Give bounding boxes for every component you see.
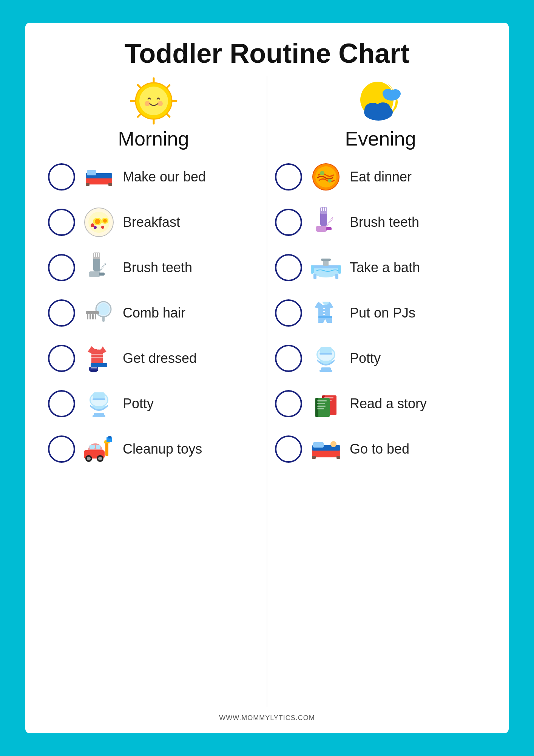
svg-rect-113 xyxy=(336,456,340,459)
page-title: Toddler Routine Chart xyxy=(125,38,410,69)
list-item: Breakfast xyxy=(48,203,259,242)
list-item: Put on PJs xyxy=(275,294,486,332)
comb-hair-icon xyxy=(82,296,116,330)
breakfast-label: Breakfast xyxy=(123,214,180,230)
go-to-bed-label: Go to bed xyxy=(350,441,409,457)
list-item: Potty xyxy=(48,384,259,423)
svg-point-72 xyxy=(320,171,324,175)
svg-rect-14 xyxy=(87,170,96,175)
svg-rect-95 xyxy=(319,353,332,355)
svg-point-23 xyxy=(91,223,94,227)
comb-hair-label: Comb hair xyxy=(123,305,185,321)
svg-point-88 xyxy=(323,308,325,309)
list-item: Get dressed xyxy=(48,339,259,378)
checkbox-circle[interactable] xyxy=(275,163,302,191)
morning-list: Make our bed Breakfast Brush teeth xyxy=(48,158,259,468)
svg-point-25 xyxy=(101,226,104,229)
svg-rect-94 xyxy=(320,347,332,354)
breakfast-icon xyxy=(82,205,116,239)
svg-rect-55 xyxy=(90,445,95,449)
eat-dinner-label: Eat dinner xyxy=(350,169,412,185)
checkbox-circle[interactable] xyxy=(48,163,75,191)
svg-point-3 xyxy=(157,101,163,106)
svg-rect-50 xyxy=(93,392,105,399)
svg-rect-76 xyxy=(321,208,322,211)
brush-teeth-e-label: Brush teeth xyxy=(350,214,419,230)
checkbox-circle[interactable] xyxy=(48,345,75,372)
checkbox-circle[interactable] xyxy=(48,390,75,417)
get-dressed-icon xyxy=(82,341,116,375)
svg-line-10 xyxy=(167,85,170,88)
go-to-bed-icon xyxy=(309,432,343,466)
list-item: Make our bed xyxy=(48,158,259,196)
svg-rect-97 xyxy=(319,370,332,372)
svg-rect-78 xyxy=(325,208,326,211)
svg-point-24 xyxy=(94,226,97,229)
list-item: Potty xyxy=(275,339,486,378)
checkbox-circle[interactable] xyxy=(48,435,75,463)
svg-rect-107 xyxy=(317,408,324,409)
svg-point-89 xyxy=(323,311,325,312)
svg-rect-15 xyxy=(86,183,90,186)
svg-rect-51 xyxy=(93,398,105,400)
checkbox-circle[interactable] xyxy=(275,254,302,281)
potty-e-label: Potty xyxy=(350,350,381,366)
column-divider xyxy=(267,76,267,707)
svg-point-90 xyxy=(323,314,325,315)
evening-title: Evening xyxy=(345,127,416,150)
checkbox-circle[interactable] xyxy=(275,345,302,372)
svg-rect-36 xyxy=(86,311,99,314)
list-item: Read a story xyxy=(275,384,486,423)
morning-column: Morning Make our bed Breakfast xyxy=(48,76,259,707)
svg-rect-82 xyxy=(311,265,314,274)
cleanup-toys-icon xyxy=(82,432,116,466)
brush-teeth-m-icon xyxy=(82,251,116,285)
take-bath-label: Take a bath xyxy=(350,260,420,276)
svg-point-69 xyxy=(390,89,401,98)
checkbox-circle[interactable] xyxy=(48,299,75,327)
list-item: Brush teeth xyxy=(275,203,486,242)
svg-rect-40 xyxy=(95,314,96,319)
svg-point-2 xyxy=(145,101,150,106)
footer-text: WWW.MOMMYLYTICS.COM xyxy=(219,714,315,722)
svg-rect-104 xyxy=(317,400,327,401)
potty-e-icon xyxy=(309,341,343,375)
evening-list: Eat dinner Brush teeth Take a b xyxy=(275,158,486,468)
svg-rect-37 xyxy=(87,314,88,319)
svg-rect-39 xyxy=(92,314,94,319)
brush-teeth-m-label: Brush teeth xyxy=(123,260,192,276)
checkbox-circle[interactable] xyxy=(48,254,75,281)
svg-rect-32 xyxy=(99,273,105,276)
checkbox-circle[interactable] xyxy=(275,209,302,236)
checkbox-circle[interactable] xyxy=(275,299,302,327)
brush-teeth-e-icon xyxy=(309,205,343,239)
svg-rect-105 xyxy=(317,403,325,404)
checkbox-circle[interactable] xyxy=(275,435,302,463)
list-item: Go to bed xyxy=(275,430,486,468)
list-item: Cleanup toys xyxy=(48,430,259,468)
svg-rect-31 xyxy=(89,271,100,277)
svg-rect-110 xyxy=(313,442,324,448)
svg-rect-29 xyxy=(96,253,97,257)
morning-icon xyxy=(129,76,178,125)
list-item: Eat dinner xyxy=(275,158,486,196)
svg-rect-61 xyxy=(105,443,108,456)
svg-rect-16 xyxy=(108,183,112,186)
make-bed-icon xyxy=(82,160,116,194)
columns-container: Morning Make our bed Breakfast xyxy=(48,76,486,707)
svg-rect-87 xyxy=(335,274,338,279)
checkbox-circle[interactable] xyxy=(48,209,75,236)
potty-m-icon xyxy=(82,387,116,421)
read-story-label: Read a story xyxy=(350,396,427,412)
svg-point-73 xyxy=(328,179,332,183)
list-item: Comb hair xyxy=(48,294,259,332)
read-story-icon xyxy=(309,387,343,421)
evening-column: Evening Eat dinner Brush teeth xyxy=(275,76,486,707)
checkbox-circle[interactable] xyxy=(275,390,302,417)
svg-rect-42 xyxy=(91,357,103,358)
eat-dinner-icon xyxy=(309,160,343,194)
svg-rect-28 xyxy=(94,253,95,257)
svg-rect-35 xyxy=(102,316,105,322)
main-card: Toddler Routine Chart xyxy=(25,23,509,733)
list-item: Take a bath xyxy=(275,248,486,287)
